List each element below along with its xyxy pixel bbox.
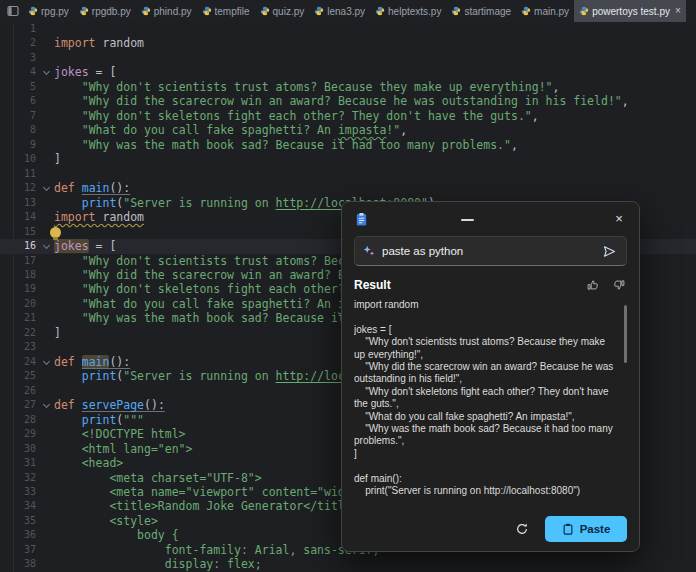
- line-number[interactable]: 28: [15, 413, 41, 427]
- fold-gutter: [41, 109, 54, 123]
- code-text[interactable]: <meta charset="UTF-8">: [54, 471, 262, 485]
- line-number[interactable]: 30: [15, 442, 41, 456]
- code-text[interactable]: <head>: [54, 456, 123, 470]
- line-number[interactable]: 10: [15, 152, 41, 166]
- fold-gutter: [41, 167, 54, 181]
- line-number[interactable]: 2: [15, 36, 41, 50]
- fold-icon[interactable]: [41, 181, 54, 195]
- fold-icon[interactable]: [41, 239, 54, 253]
- code-text[interactable]: "Why did the scarecrow win an award? Bec…: [54, 94, 629, 108]
- line-number[interactable]: 15: [15, 225, 41, 239]
- code-text[interactable]: font-family: Arial, sans-serif;: [54, 543, 379, 557]
- code-text[interactable]: def main():: [54, 181, 130, 195]
- line-number[interactable]: 16: [15, 239, 41, 253]
- python-file-icon: [521, 6, 531, 16]
- code-text[interactable]: def main():: [54, 355, 130, 369]
- prompt-text[interactable]: paste as python: [382, 245, 594, 257]
- editor-tab[interactable]: rpg.py: [23, 0, 74, 22]
- code-text[interactable]: <!DOCTYPE html>: [54, 427, 186, 441]
- code-text[interactable]: <html lang="en">: [54, 442, 192, 456]
- prompt-input[interactable]: paste as python: [354, 236, 627, 266]
- regenerate-button[interactable]: [513, 520, 531, 538]
- editor-tab[interactable]: powertoys test.py×: [574, 0, 686, 22]
- result-output[interactable]: import random jokes = [ "Why don't scien…: [354, 299, 627, 510]
- fold-icon[interactable]: [41, 65, 54, 79]
- code-text[interactable]: jokes = [: [54, 65, 116, 79]
- code-text[interactable]: ]: [54, 152, 61, 166]
- code-text[interactable]: body {: [54, 528, 179, 542]
- fold-gutter: [41, 36, 54, 50]
- line-number[interactable]: 7: [15, 109, 41, 123]
- line-number[interactable]: 35: [15, 514, 41, 528]
- line-number[interactable]: 6: [15, 94, 41, 108]
- fold-gutter: [41, 384, 54, 398]
- overlay-footer: Paste: [342, 507, 639, 551]
- line-number[interactable]: 13: [15, 196, 41, 210]
- line-number[interactable]: 19: [15, 282, 41, 296]
- line-number[interactable]: 25: [15, 369, 41, 383]
- line-number[interactable]: 34: [15, 499, 41, 513]
- code-text[interactable]: "Why don't scientists trust atoms? Becau…: [54, 80, 559, 94]
- line-number[interactable]: 31: [15, 456, 41, 470]
- intention-bulb-icon[interactable]: [50, 227, 61, 238]
- line-number[interactable]: 8: [15, 123, 41, 137]
- code-text[interactable]: "What do you call fake spaghetti? An imp…: [54, 123, 407, 137]
- editor-tab[interactable]: tempfile: [197, 0, 255, 22]
- code-text[interactable]: jokes = [: [54, 239, 116, 253]
- line-number[interactable]: 32: [15, 471, 41, 485]
- code-text[interactable]: ]: [54, 326, 61, 340]
- tool-window-icon[interactable]: [5, 3, 21, 19]
- tab-close-icon[interactable]: ×: [675, 6, 681, 16]
- code-text[interactable]: def servePage():: [54, 398, 165, 412]
- line-number[interactable]: 27: [15, 398, 41, 412]
- thumbs-up-button[interactable]: [585, 277, 601, 293]
- fold-icon[interactable]: [41, 355, 54, 369]
- line-number[interactable]: 11: [15, 167, 41, 181]
- code-text[interactable]: <title>Random Joke Generator</title>: [54, 499, 359, 513]
- line-number[interactable]: 3: [15, 51, 41, 65]
- line-number[interactable]: 18: [15, 268, 41, 282]
- editor-tab[interactable]: quiz.py: [255, 0, 310, 22]
- editor-tab[interactable]: rpgdb.py: [74, 0, 136, 22]
- line-number[interactable]: 33: [15, 485, 41, 499]
- line-number[interactable]: 24: [15, 355, 41, 369]
- line-number[interactable]: 20: [15, 297, 41, 311]
- line-number[interactable]: 26: [15, 384, 41, 398]
- code-text[interactable]: "Why don't skeletons fight each other? T…: [54, 109, 539, 123]
- code-text[interactable]: import random: [54, 36, 144, 50]
- editor-tab[interactable]: main.py: [516, 0, 574, 22]
- line-number[interactable]: 21: [15, 311, 41, 325]
- line-number[interactable]: 38: [15, 557, 41, 571]
- editor-tab[interactable]: phind.py: [136, 0, 197, 22]
- line-number[interactable]: 23: [15, 340, 41, 354]
- close-button[interactable]: ×: [607, 208, 631, 230]
- minimize-button[interactable]: [461, 219, 474, 221]
- thumbs-down-button[interactable]: [611, 277, 627, 293]
- code-text[interactable]: "Why was the math book sad? Because it h…: [54, 138, 518, 152]
- line-number[interactable]: 37: [15, 543, 41, 557]
- code-text[interactable]: print(""": [54, 413, 144, 427]
- python-file-icon: [202, 6, 212, 16]
- line-number[interactable]: 17: [15, 254, 41, 268]
- line-number[interactable]: 1: [15, 22, 41, 36]
- fold-gutter: [41, 254, 54, 268]
- line-number[interactable]: 14: [15, 210, 41, 224]
- paste-button[interactable]: Paste: [545, 516, 627, 542]
- fold-icon[interactable]: [41, 398, 54, 412]
- send-button[interactable]: [601, 243, 618, 260]
- line-number[interactable]: 22: [15, 326, 41, 340]
- code-text[interactable]: import random: [54, 210, 144, 224]
- line-number[interactable]: 4: [15, 65, 41, 79]
- line-number[interactable]: 5: [15, 80, 41, 94]
- code-text[interactable]: <style>: [54, 514, 158, 528]
- editor-tab[interactable]: lena3.py: [309, 0, 370, 22]
- editor-tab[interactable]: startimage: [446, 0, 516, 22]
- code-text[interactable]: display: flex;: [54, 557, 262, 571]
- line-number[interactable]: 12: [15, 181, 41, 195]
- line-number[interactable]: 36: [15, 528, 41, 542]
- overlay-titlebar[interactable]: ×: [342, 202, 639, 236]
- line-number[interactable]: 9: [15, 138, 41, 152]
- result-scrollbar[interactable]: [624, 305, 627, 363]
- line-number[interactable]: 29: [15, 427, 41, 441]
- editor-tab[interactable]: helptexts.py: [370, 0, 446, 22]
